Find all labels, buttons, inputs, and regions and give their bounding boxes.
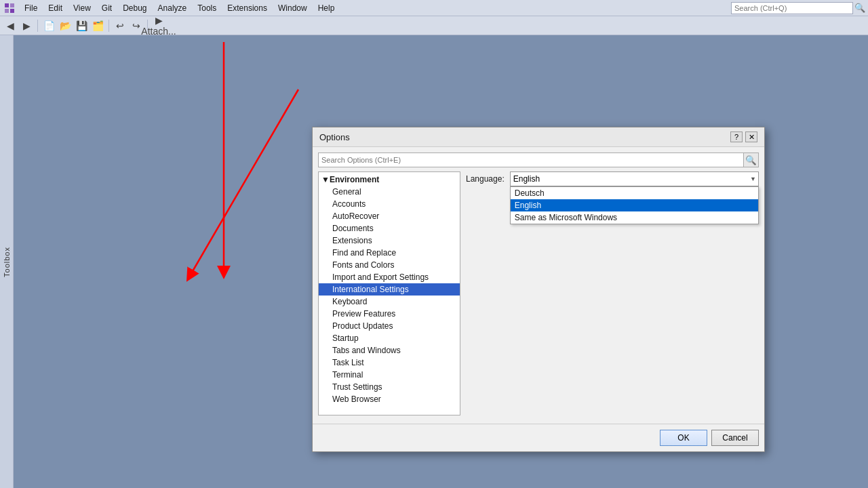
toolbar-back[interactable]: ◀ (3, 18, 18, 33)
svg-rect-1 (10, 3, 14, 7)
app-logo (3, 1, 16, 15)
language-selected-value: English (513, 174, 540, 184)
dropdown-item-deutsch[interactable]: Deutsch (511, 187, 758, 199)
dialog-footer: OK Cancel (313, 424, 764, 451)
dialog-title: Options (319, 132, 350, 142)
toolbar-undo[interactable]: ↩ (113, 18, 127, 33)
menu-file[interactable]: File (19, 2, 43, 14)
menubar: File Edit View Git Debug Analyze Tools E… (0, 0, 868, 16)
tree-item-tabs-windows[interactable]: Tabs and Windows (319, 344, 460, 357)
dropdown-item-windows[interactable]: Same as Microsoft Windows (511, 211, 758, 224)
language-select-wrapper: English ▼ Deutsch English Same as Micros… (510, 171, 759, 186)
tree-item-startup[interactable]: Startup (319, 332, 460, 344)
tree-item-label: Extensions (332, 236, 372, 245)
svg-rect-2 (5, 9, 9, 13)
workspace: Options ? ✕ 🔍 ▼ Environment (14, 35, 868, 488)
global-search-input[interactable] (731, 2, 853, 14)
tree-item-label: Web Browser (332, 394, 381, 404)
tree-item-trust-settings[interactable]: Trust Settings (319, 381, 460, 393)
options-search-input[interactable] (318, 152, 744, 167)
tree-item-label: Tabs and Windows (332, 346, 401, 355)
language-select[interactable]: English ▼ (510, 171, 759, 186)
tree-item-label: Terminal (332, 370, 363, 380)
toolbox-label: Toolbox (3, 247, 11, 277)
tree-item-task-list[interactable]: Task List (319, 357, 460, 369)
toolbox-panel: Toolbox (0, 35, 14, 488)
tree-item-label: Trust Settings (332, 382, 382, 392)
tree-item-documents[interactable]: Documents (319, 222, 460, 235)
dialog-body: 🔍 ▼ Environment General Acc (313, 147, 764, 421)
toolbar-save[interactable]: 💾 (74, 18, 89, 33)
tree-panel: ▼ Environment General Accounts AutoRecov… (318, 171, 460, 415)
tree-item-label: Task List (332, 358, 364, 367)
tree-item-accounts[interactable]: Accounts (319, 198, 460, 210)
tree-scroll[interactable]: ▼ Environment General Accounts AutoRecov… (319, 172, 460, 415)
tree-item-autorecover[interactable]: AutoRecover (319, 210, 460, 222)
toolbar: ◀ ▶ 📄 📂 💾 🗂️ ↩ ↪ ▶ Attach... (0, 16, 868, 35)
dropdown-item-english[interactable]: English (511, 199, 758, 211)
tree-item-general[interactable]: General (319, 186, 460, 198)
menu-edit[interactable]: Edit (43, 2, 68, 14)
toolbar-sep-1 (37, 20, 38, 32)
cancel-button[interactable]: Cancel (711, 430, 759, 446)
tree-item-label: AutoRecover (332, 211, 379, 221)
search-box: 🔍 (318, 152, 759, 167)
right-panel: Language: English ▼ Deutsch English Same… (466, 171, 759, 415)
menu-debug[interactable]: Debug (117, 2, 152, 14)
tree-item-preview[interactable]: Preview Features (319, 308, 460, 320)
menu-window[interactable]: Window (273, 2, 313, 14)
tree-item-product-updates[interactable]: Product Updates (319, 320, 460, 332)
menu-analyze[interactable]: Analyze (153, 2, 193, 14)
close-button[interactable]: ✕ (745, 131, 757, 142)
tree-environment-header[interactable]: ▼ Environment (319, 174, 460, 186)
svg-rect-0 (5, 3, 9, 7)
toolbar-open[interactable]: 📂 (58, 18, 73, 33)
dialog-window-controls: ? ✕ (730, 131, 757, 142)
search-area: 🔍 (731, 2, 865, 14)
expand-icon: ▼ (321, 175, 330, 184)
menu-extensions[interactable]: Extensions (222, 2, 273, 14)
search-icon: 🔍 (854, 3, 865, 13)
svg-rect-3 (10, 9, 14, 13)
tree-item-label: Documents (332, 224, 374, 233)
chevron-down-icon: ▼ (750, 176, 756, 182)
tree-item-keyboard[interactable]: Keyboard (319, 296, 460, 308)
tree-item-terminal[interactable]: Terminal (319, 369, 460, 381)
tree-item-label: Accounts (332, 199, 366, 209)
svg-line-6 (190, 89, 298, 276)
tree-item-label: Preview Features (332, 309, 395, 319)
menu-git[interactable]: Git (96, 2, 117, 14)
tree-item-find-replace[interactable]: Find and Replace (319, 247, 460, 259)
tree-environment-label: Environment (330, 175, 379, 184)
language-row: Language: English ▼ Deutsch English Same… (466, 171, 759, 186)
help-button[interactable]: ? (730, 131, 743, 142)
tree-item-label: Find and Replace (332, 248, 396, 258)
tree-item-label: General (332, 187, 361, 197)
options-dialog: Options ? ✕ 🔍 ▼ Environment (312, 127, 765, 452)
toolbar-save-all[interactable]: 🗂️ (90, 18, 105, 33)
tree-item-label: Import and Export Settings (332, 272, 429, 282)
language-dropdown: Deutsch English Same as Microsoft Window… (510, 186, 759, 224)
menu-help[interactable]: Help (313, 2, 340, 14)
tree-item-label: Keyboard (332, 297, 367, 306)
tree-item-web-browser[interactable]: Web Browser (319, 393, 460, 405)
language-label: Language: (466, 174, 505, 184)
toolbar-attach[interactable]: ▶ Attach... (151, 18, 166, 33)
toolbar-sep-2 (108, 20, 109, 32)
tree-item-label: International Settings (332, 285, 409, 294)
content-area: ▼ Environment General Accounts AutoRecov… (318, 171, 759, 415)
menu-view[interactable]: View (68, 2, 96, 14)
tree-item-extensions[interactable]: Extensions (319, 235, 460, 247)
tree-item-fonts-colors[interactable]: Fonts and Colors (319, 259, 460, 271)
tree-item-label: Startup (332, 333, 359, 343)
tree-item-label: Fonts and Colors (332, 260, 394, 270)
dialog-titlebar: Options ? ✕ (313, 127, 764, 147)
tree-item-import-export[interactable]: Import and Export Settings (319, 271, 460, 283)
ok-button[interactable]: OK (660, 430, 707, 446)
menu-tools[interactable]: Tools (192, 2, 222, 14)
options-search-button[interactable]: 🔍 (744, 152, 759, 167)
tree-item-international[interactable]: International Settings (319, 283, 460, 296)
tree-item-label: Product Updates (332, 321, 393, 331)
toolbar-new[interactable]: 📄 (41, 18, 56, 33)
toolbar-forward[interactable]: ▶ (19, 18, 34, 33)
